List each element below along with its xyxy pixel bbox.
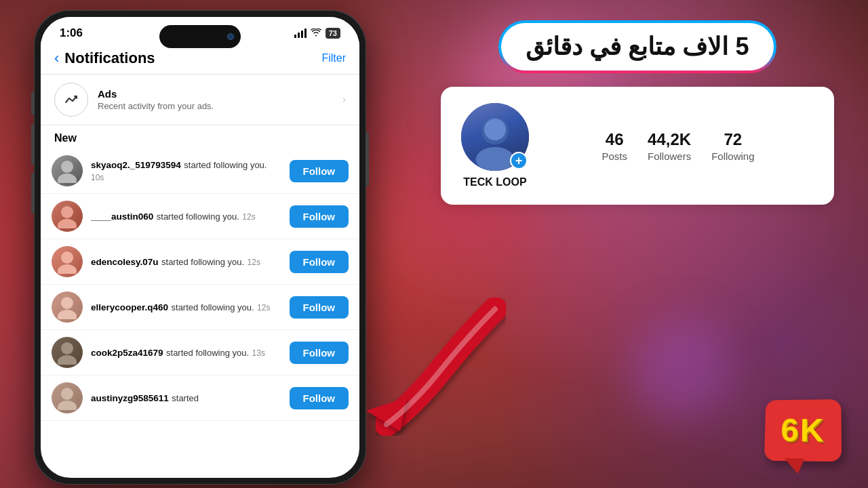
avatar-wrap bbox=[52, 246, 83, 277]
profile-card: + TECK LOOP 46 Posts 44,2K Followers 72 … bbox=[441, 87, 834, 205]
ads-title: Ads bbox=[98, 88, 333, 100]
sixk-label: 6K bbox=[781, 412, 825, 448]
ads-row[interactable]: Ads Recent activity from your ads. › bbox=[41, 75, 359, 125]
svg-point-10 bbox=[61, 388, 73, 400]
notification-username: ellerycooper.q460 bbox=[91, 302, 168, 312]
svg-point-5 bbox=[58, 264, 77, 274]
svg-point-14 bbox=[484, 119, 506, 140]
arabic-title: 5 الاف متابع في دقائق bbox=[526, 33, 749, 61]
phone-outer-frame: 1:06 73 ‹ Notifications bbox=[34, 10, 366, 485]
notification-action: started following you. bbox=[172, 302, 254, 312]
avatar bbox=[52, 246, 83, 277]
stat-posts: 46 Posts bbox=[601, 130, 627, 162]
notification-row: edencolesy.07u started following you. 12… bbox=[41, 239, 359, 285]
notification-action: started following you. bbox=[161, 257, 244, 267]
svg-point-0 bbox=[61, 161, 73, 173]
notifications-title: Notifications bbox=[64, 49, 321, 67]
red-arrow-area bbox=[359, 296, 509, 447]
phone-volume-up-btn bbox=[31, 124, 34, 165]
notification-time: 12s bbox=[257, 303, 270, 312]
notification-text: cook2p5za41679 started following you. 13… bbox=[91, 346, 281, 359]
sixk-bubble: 6K bbox=[764, 399, 842, 462]
svg-point-8 bbox=[61, 342, 73, 354]
notification-text: ellerycooper.q460 started following you.… bbox=[91, 301, 281, 313]
notification-row: austinyzg9585611 started Follow bbox=[41, 375, 359, 421]
notification-username: skyaoq2._519793594 bbox=[91, 160, 181, 170]
notification-row: skyaoq2._519793594 started following you… bbox=[41, 148, 359, 194]
notification-time: 13s bbox=[252, 348, 265, 358]
phone-power-btn bbox=[366, 132, 369, 186]
notification-text: skyaoq2._519793594 started following you… bbox=[91, 159, 281, 183]
filter-button[interactable]: Filter bbox=[321, 52, 346, 64]
back-button[interactable]: ‹ bbox=[54, 49, 59, 67]
phone-volume-down-btn bbox=[31, 173, 34, 214]
status-icons: 73 bbox=[294, 28, 340, 39]
svg-point-4 bbox=[61, 251, 73, 264]
signal-icon bbox=[294, 28, 307, 38]
notification-username: cook2p5za41679 bbox=[91, 348, 163, 358]
title-badge-container: 5 الاف متابع في دقائق bbox=[498, 20, 776, 73]
svg-point-11 bbox=[58, 401, 77, 410]
profile-left: + TECK LOOP bbox=[461, 103, 529, 188]
notification-time: 12s bbox=[242, 212, 255, 222]
battery-icon: 73 bbox=[326, 28, 340, 39]
red-arrow-icon bbox=[359, 296, 509, 445]
avatar-wrap bbox=[52, 337, 83, 368]
svg-point-3 bbox=[58, 219, 77, 228]
followers-count: 44,2K bbox=[648, 130, 691, 149]
svg-point-9 bbox=[58, 355, 77, 365]
follow-button[interactable]: Follow bbox=[290, 251, 349, 273]
following-label: Following bbox=[711, 150, 754, 162]
ads-text: Ads Recent activity from your ads. bbox=[98, 88, 333, 111]
svg-point-1 bbox=[58, 174, 77, 183]
svg-point-7 bbox=[58, 310, 77, 319]
stat-following: 72 Following bbox=[711, 130, 754, 162]
following-count: 72 bbox=[711, 130, 754, 149]
avatar bbox=[52, 201, 83, 232]
nav-bar: ‹ Notifications Filter bbox=[41, 45, 359, 75]
notification-text: edencolesy.07u started following you. 12… bbox=[91, 256, 281, 268]
notification-action: started following you. bbox=[166, 348, 249, 358]
notification-row: ellerycooper.q460 started following you.… bbox=[41, 285, 359, 330]
plus-icon[interactable]: + bbox=[510, 152, 528, 169]
follow-button[interactable]: Follow bbox=[290, 296, 349, 319]
avatar-wrap bbox=[52, 155, 83, 186]
ads-icon bbox=[54, 83, 88, 117]
ads-subtitle: Recent activity from your ads. bbox=[98, 101, 333, 111]
notification-action: started bbox=[172, 393, 199, 403]
notification-row: cook2p5za41679 started following you. 13… bbox=[41, 330, 359, 375]
follow-button[interactable]: Follow bbox=[290, 387, 349, 409]
stat-followers: 44,2K Followers bbox=[648, 130, 691, 162]
profile-username: TECK LOOP bbox=[463, 176, 526, 188]
notification-text: ____austin060 started following you. 12s bbox=[91, 210, 281, 222]
follow-button[interactable]: Follow bbox=[290, 160, 349, 182]
notification-text: austinyzg9585611 started bbox=[91, 392, 281, 404]
phone-side-btn bbox=[31, 92, 34, 115]
dynamic-island-dot bbox=[227, 33, 234, 40]
avatar bbox=[52, 337, 83, 368]
posts-count: 46 bbox=[601, 130, 627, 149]
notification-time: 12s bbox=[248, 258, 260, 267]
avatar bbox=[52, 291, 83, 323]
svg-point-2 bbox=[61, 206, 73, 218]
new-section-label: New bbox=[41, 125, 359, 148]
notification-action: started following you. bbox=[184, 160, 267, 170]
notification-row: ____austin060 started following you. 12s… bbox=[41, 194, 359, 239]
follow-button[interactable]: Follow bbox=[290, 342, 349, 364]
avatar-wrap bbox=[52, 382, 83, 413]
notification-time: 10s bbox=[91, 173, 104, 182]
phone-screen: 1:06 73 ‹ Notifications bbox=[41, 17, 359, 478]
notification-username: ____austin060 bbox=[91, 211, 153, 222]
status-time: 1:06 bbox=[60, 26, 83, 40]
avatar-wrap bbox=[52, 201, 83, 232]
avatar bbox=[52, 155, 83, 186]
avatar bbox=[52, 382, 83, 413]
notification-action: started following you. bbox=[157, 211, 239, 222]
dynamic-island bbox=[159, 25, 241, 48]
sixk-badge: 6K bbox=[764, 399, 841, 461]
profile-avatar-wrap: + bbox=[461, 103, 529, 171]
phone-mockup: 1:06 73 ‹ Notifications bbox=[34, 10, 366, 485]
avatar-wrap bbox=[52, 291, 83, 323]
follow-button[interactable]: Follow bbox=[290, 205, 349, 228]
profile-stats: 46 Posts 44,2K Followers 72 Following bbox=[542, 130, 814, 162]
